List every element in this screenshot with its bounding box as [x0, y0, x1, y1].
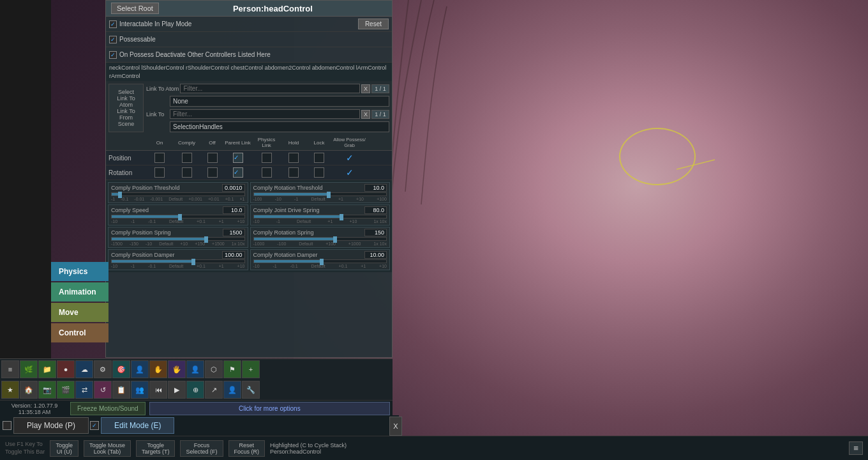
rotation-allow[interactable]: ✓ — [332, 167, 367, 178]
rotation-parent-link[interactable]: ✓ — [223, 167, 252, 178]
position-on-radio[interactable] — [154, 153, 165, 163]
position-physics-radio[interactable] — [262, 153, 272, 163]
toggle-ui-button[interactable]: ToggleUI (U) — [50, 440, 79, 457]
position-allow[interactable]: ✓ — [332, 153, 367, 163]
tb-shuffle-icon[interactable]: ⇄ — [75, 381, 93, 399]
reset-button[interactable]: Reset — [358, 19, 389, 29]
freeze-button[interactable]: Freeze Motion/Sound — [70, 402, 146, 415]
position-physics-link[interactable] — [252, 153, 281, 163]
rotation-lock-radio[interactable] — [314, 167, 324, 178]
link-to-atom-filter[interactable] — [180, 84, 360, 93]
link-to-clear[interactable]: X — [361, 110, 370, 119]
tb-home-icon[interactable]: 🏠 — [20, 381, 38, 399]
tb-person-icon[interactable]: 👤 — [131, 360, 149, 378]
position-off[interactable] — [201, 153, 223, 163]
comply-speed-thumb[interactable] — [178, 214, 182, 220]
rotation-comply-radio[interactable] — [182, 167, 192, 178]
focus-selected-button[interactable]: FocusSelected (F) — [180, 440, 223, 457]
rotation-physics-radio[interactable] — [262, 167, 272, 178]
tb-rotate-icon[interactable]: ↺ — [94, 381, 112, 399]
comply-rot-thresh-thumb[interactable] — [327, 192, 331, 198]
comply-speed-track[interactable] — [111, 215, 245, 218]
rotation-hold[interactable] — [281, 167, 306, 178]
comply-pos-spring-thumb[interactable] — [204, 236, 208, 243]
tb-hand2-icon[interactable]: 🖐 — [168, 360, 186, 378]
position-comply[interactable] — [172, 153, 201, 163]
comply-jds-thumb[interactable] — [340, 214, 343, 220]
status-menu-button[interactable]: ≡ — [849, 441, 863, 455]
comply-pos-damper-track[interactable] — [111, 259, 245, 263]
tb-cloud-icon[interactable]: ☁ — [75, 360, 93, 378]
position-parent-link[interactable]: ✓ — [223, 153, 252, 163]
tb-arrow-icon[interactable]: ↗ — [205, 381, 223, 399]
tb-clipboard-icon[interactable]: 📋 — [112, 381, 130, 399]
comply-pos-damper-thumb[interactable] — [191, 259, 195, 265]
link-to-atom-clear[interactable]: X — [361, 84, 370, 93]
position-comply-radio[interactable] — [182, 153, 192, 163]
possessable-checkbox[interactable] — [109, 36, 117, 43]
tb-gear-icon[interactable]: ⚙ — [94, 360, 112, 378]
tb-prev-icon[interactable]: ⏮ — [149, 381, 167, 399]
rotation-comply[interactable] — [172, 167, 201, 178]
tb-circle-icon[interactable]: ⊕ — [186, 381, 204, 399]
tb-play-icon[interactable]: ▶ — [168, 381, 186, 399]
comply-rot-spring-thumb[interactable] — [333, 236, 337, 243]
position-lock-radio[interactable] — [314, 153, 324, 163]
position-off-radio[interactable] — [207, 153, 218, 163]
tb-record-icon[interactable]: ● — [57, 360, 75, 378]
on-possess-checkbox[interactable] — [109, 51, 117, 59]
tb-plant-icon[interactable]: 🌿 — [20, 360, 38, 378]
tb-star-icon[interactable]: ★ — [1, 381, 19, 399]
link-to-filter[interactable] — [170, 109, 360, 119]
comply-rot-damper-track[interactable] — [253, 259, 387, 263]
tab-move[interactable]: Move — [51, 303, 108, 322]
tab-physics[interactable]: Physics — [51, 262, 108, 281]
rotation-off[interactable] — [201, 167, 223, 178]
interactable-checkbox[interactable] — [109, 20, 117, 28]
possessable-checkbox-label[interactable]: Possessable — [109, 36, 156, 43]
comply-jds-track[interactable] — [253, 215, 387, 218]
position-hold-radio[interactable] — [288, 153, 299, 163]
tb-flag-icon[interactable]: ⚑ — [223, 360, 241, 378]
comply-rot-spring-track[interactable] — [253, 237, 387, 241]
rotation-hold-radio[interactable] — [288, 167, 299, 178]
rotation-physics-link[interactable] — [252, 167, 281, 178]
position-on[interactable] — [147, 153, 172, 163]
position-hold[interactable] — [281, 153, 306, 163]
toggle-targets-button[interactable]: ToggleTargets (T) — [136, 440, 176, 457]
more-options-button[interactable]: Click for more options — [149, 402, 390, 415]
play-mode-button[interactable]: Play Mode (P) — [13, 417, 89, 434]
comply-pos-thresh-track[interactable] — [111, 192, 245, 196]
position-lock[interactable] — [306, 153, 332, 163]
tb-people-icon[interactable]: 👥 — [131, 381, 149, 399]
tb-menu-icon[interactable]: ≡ — [1, 360, 19, 378]
tab-control[interactable]: Control — [51, 323, 108, 342]
tb-unity-icon[interactable]: ⬡ — [205, 360, 223, 378]
tb-hand-icon[interactable]: ✋ — [149, 360, 167, 378]
rotation-on-radio[interactable] — [154, 167, 165, 178]
tab-animation[interactable]: Animation — [51, 282, 108, 302]
tb-user-icon[interactable]: 👤 — [223, 381, 241, 399]
rotation-lock[interactable] — [306, 167, 332, 178]
interactable-checkbox-label[interactable]: Interactable In Play Mode — [109, 20, 191, 28]
comply-pos-thresh-thumb[interactable] — [118, 192, 122, 198]
reset-focus-button[interactable]: ResetFocus (R) — [228, 440, 266, 457]
toggle-mouse-button[interactable]: Toggle MouseLook (Tab) — [84, 440, 131, 457]
tb-person2-icon[interactable]: 👤 — [186, 360, 204, 378]
close-x-button[interactable]: X — [389, 417, 402, 436]
edit-mode-checkbox[interactable] — [90, 421, 99, 430]
on-possess-checkbox-label[interactable]: On Possess Deactivate Other Controllers … — [109, 51, 271, 59]
rotation-off-radio[interactable] — [207, 167, 218, 178]
tb-film-icon[interactable]: 🎬 — [57, 381, 75, 399]
tb-target-icon[interactable]: 🎯 — [112, 360, 130, 378]
tb-camera-icon[interactable]: 📷 — [38, 381, 56, 399]
select-root-button[interactable]: Select Root — [111, 3, 159, 14]
rotation-on[interactable] — [147, 167, 172, 178]
edit-mode-button[interactable]: Edit Mode (E) — [101, 417, 174, 434]
tb-plus-icon[interactable]: + — [242, 360, 260, 378]
tb-folder-icon[interactable]: 📁 — [38, 360, 56, 378]
rotation-parent-radio[interactable]: ✓ — [233, 167, 243, 178]
tb-wrench-icon[interactable]: 🔧 — [242, 381, 260, 399]
comply-pos-spring-track[interactable] — [111, 237, 245, 241]
comply-rot-damper-thumb[interactable] — [320, 259, 324, 265]
